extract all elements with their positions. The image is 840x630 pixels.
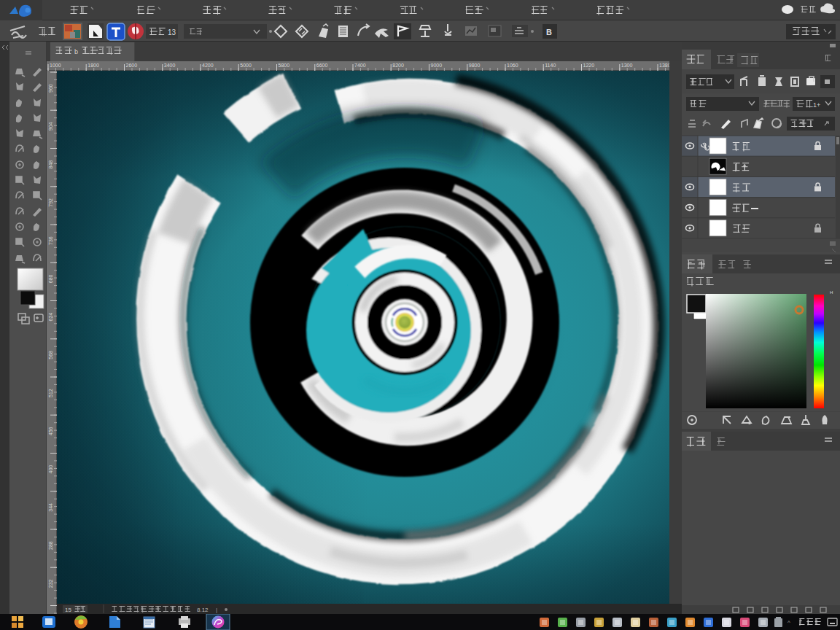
svg-text:|: | bbox=[216, 607, 217, 613]
svg-text:736: 736 bbox=[48, 236, 53, 245]
svg-text:1000: 1000 bbox=[50, 63, 61, 68]
svg-text:4200: 4200 bbox=[202, 63, 214, 68]
svg-text:1800: 1800 bbox=[88, 63, 99, 68]
svg-text:288: 288 bbox=[48, 541, 53, 550]
svg-text:1140: 1140 bbox=[545, 63, 556, 68]
svg-text:1220: 1220 bbox=[583, 63, 595, 68]
svg-text:680: 680 bbox=[48, 274, 53, 283]
svg-text:960: 960 bbox=[48, 84, 53, 93]
svg-text:848: 848 bbox=[48, 160, 53, 169]
svg-text:6600: 6600 bbox=[316, 63, 328, 68]
svg-text:8200: 8200 bbox=[392, 63, 404, 68]
svg-text:b: b bbox=[74, 48, 78, 55]
svg-text:1+: 1+ bbox=[813, 101, 820, 109]
svg-text:456: 456 bbox=[48, 427, 53, 435]
svg-text:512: 512 bbox=[48, 389, 53, 397]
svg-text:7400: 7400 bbox=[354, 63, 366, 68]
svg-text:568: 568 bbox=[48, 351, 53, 359]
svg-text:13: 13 bbox=[168, 28, 176, 36]
svg-text:1060: 1060 bbox=[507, 63, 518, 68]
svg-text:^: ^ bbox=[788, 619, 790, 626]
svg-text:904: 904 bbox=[48, 122, 53, 131]
svg-text:H: H bbox=[830, 290, 833, 295]
svg-text:792: 792 bbox=[48, 198, 53, 207]
svg-text:232: 232 bbox=[48, 579, 53, 588]
svg-text:400: 400 bbox=[48, 465, 53, 474]
svg-text:15: 15 bbox=[65, 607, 71, 613]
svg-text:624: 624 bbox=[48, 313, 53, 322]
svg-text:9000: 9000 bbox=[431, 63, 443, 68]
svg-text:1300: 1300 bbox=[621, 63, 633, 68]
svg-text:3400: 3400 bbox=[164, 63, 176, 68]
svg-text:2600: 2600 bbox=[126, 63, 138, 68]
svg-text:8.12: 8.12 bbox=[197, 607, 209, 613]
svg-text:5000: 5000 bbox=[240, 63, 252, 68]
svg-text:B: B bbox=[546, 28, 552, 36]
svg-text:344: 344 bbox=[48, 503, 53, 512]
svg-text:9800: 9800 bbox=[469, 63, 481, 68]
svg-text:5800: 5800 bbox=[279, 63, 290, 68]
